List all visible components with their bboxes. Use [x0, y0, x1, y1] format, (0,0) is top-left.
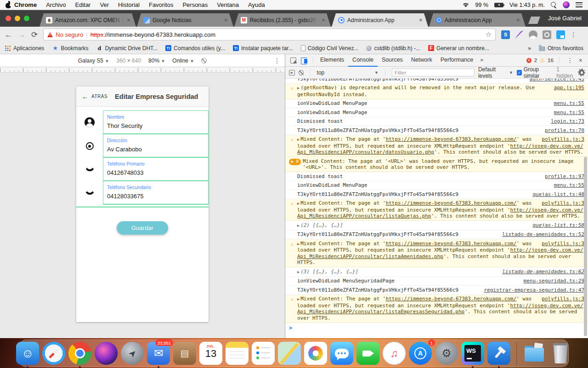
console-url-link[interactable]: https://immense-beyond-67383.herokuapp.c… — [386, 296, 517, 302]
console-source-link[interactable]: profile.ts:97 — [545, 173, 584, 180]
input-direcci-n[interactable]: DirecciónAv Carabobo — [103, 134, 209, 158]
console-source-link[interactable]: menu.ts:55 — [554, 182, 584, 189]
input-nombre[interactable]: NombreThor Security — [103, 110, 209, 134]
app-back-button[interactable]: ← ATRÁS — [82, 92, 107, 100]
reminders-dock-icon[interactable] — [251, 341, 275, 365]
security-label[interactable]: No seguro — [56, 31, 83, 38]
zoom-select[interactable]: 80% ▼ — [148, 58, 165, 64]
launchpad-dock-icon[interactable]: ➤ — [120, 341, 144, 365]
omnibox[interactable]: No seguro | https://immense-beyond-67383… — [43, 29, 496, 40]
notes-dock-icon[interactable] — [225, 341, 249, 365]
devtools-tab-performance[interactable]: Performance — [436, 54, 478, 67]
expand-arrow-icon[interactable]: ▶ — [297, 137, 300, 142]
console-source-link[interactable]: polyfills.js:3 — [542, 200, 584, 207]
warning-count[interactable]: 16 — [548, 58, 554, 63]
menu-item-ventana[interactable]: Ventana — [217, 1, 239, 8]
tab-recibidos-2-355-gxbo20[interactable]: MRecibidos (2.355) - gxbo20× — [234, 13, 331, 27]
devtools-tab-console[interactable]: Console — [348, 54, 378, 67]
devtools-close-icon[interactable]: × — [578, 57, 585, 64]
expand-arrow-icon[interactable]: ▶ — [297, 223, 300, 228]
menu-item-ayuda[interactable]: Ayuda — [248, 1, 265, 8]
menu-item-favoritos[interactable]: Favoritos — [149, 1, 173, 8]
xcode-dock-icon[interactable] — [487, 341, 511, 365]
menu-item-personas[interactable]: Personas — [182, 1, 208, 8]
console-source-link[interactable]: listado-de-amenidades.ts:62 — [502, 269, 584, 275]
device-select[interactable]: Galaxy S5 ▼ — [78, 58, 109, 64]
tab-close-icon[interactable]: × — [419, 17, 423, 23]
console-source-link[interactable]: menu.ts:55 — [554, 100, 584, 107]
console-filter-input[interactable] — [392, 69, 475, 76]
console-source-link[interactable]: registrar-empresa-seguridad.ts:47 — [484, 287, 584, 293]
input-tel-fono-primario[interactable]: Teléfono Primario04126748033 — [103, 158, 209, 181]
console-source-link[interactable]: polyfills.js:3 — [542, 241, 584, 247]
bookmark-c-digo-civil-venez[interactable]: Código Civil Venez... — [301, 45, 359, 52]
spotlight-icon[interactable] — [551, 2, 557, 8]
console-source-link[interactable]: quejas-list.ts:48 — [532, 191, 584, 198]
security-warning-icon[interactable] — [47, 32, 53, 37]
itunes-dock-icon[interactable]: ♫ — [382, 341, 406, 365]
viewport-size[interactable]: 360 × 640 — [116, 58, 141, 64]
tab-amazon-com-xpc-omen-15[interactable]: aAmazon.com: XPC OMEN 15× — [40, 13, 136, 27]
bookmark-otros-favoritos[interactable]: Otros favoritos — [539, 45, 583, 52]
extension-arc-icon[interactable] — [529, 30, 537, 39]
extension-s-icon[interactable]: S — [501, 30, 510, 39]
hidden-messages-count[interactable]: 1 hidden — [556, 66, 575, 79]
console-source-link[interactable]: listado-de-amenidades.ts:52 — [502, 231, 584, 238]
finder-dock-icon[interactable]: ☺ — [16, 341, 40, 365]
siri-dock-icon[interactable] — [94, 341, 118, 365]
devtools-tab-[interactable]: » — [477, 54, 486, 67]
wifi-icon[interactable] — [462, 2, 469, 8]
group-similar-toggle[interactable]: ✓Group similar — [517, 66, 553, 79]
error-count[interactable]: 2 — [534, 58, 537, 63]
console-sidebar-toggle-icon[interactable]: ▶ — [289, 70, 295, 75]
warning-icon[interactable]: ⚠ — [540, 57, 545, 63]
bookmark-dynamic-drive-dht[interactable]: dDynamic Drive DHT... — [96, 45, 158, 52]
menu-clock[interactable]: Vie 1:43 p. m. — [509, 2, 545, 8]
console-url-link[interactable]: https://immense-beyond-67383.herokuapp.c… — [386, 241, 517, 247]
menu-item-editar[interactable]: Editar — [75, 1, 90, 8]
error-icon[interactable]: × — [526, 58, 531, 63]
devtools-menu-icon[interactable]: ⋮ — [565, 57, 575, 64]
input-tel-fono-secundario[interactable]: Teléfono Secundario04128033675 — [103, 181, 209, 205]
bookmark-comandos-utiles-y[interactable]: T!Comandos utiles (y... — [165, 45, 225, 52]
appstore-dock-icon[interactable]: A1 — [408, 341, 432, 365]
console-url-link[interactable]: https://immense-beyond-67383.herokuapp.c… — [386, 200, 517, 206]
expand-arrow-icon[interactable]: ▶ — [297, 270, 300, 274]
devtools-tab-sources[interactable]: Sources — [378, 54, 407, 67]
console-source-link[interactable]: menu-seguridad.ts:29 — [524, 278, 584, 284]
mail-dock-icon[interactable]: ✉23,551 — [147, 341, 170, 365]
devtools-tab-network[interactable]: Network — [407, 54, 436, 67]
device-toolbar-menu-icon[interactable]: ⋮ — [274, 57, 280, 64]
devtools-tab-elements[interactable]: Elements — [316, 54, 348, 67]
tab-google-noticias[interactable]: Google Noticias× — [137, 13, 233, 27]
bookmark-generar-un-nombre[interactable]: FGenerar un nombre... — [428, 45, 489, 52]
trash-dock-icon[interactable] — [548, 341, 572, 365]
console-source-link[interactable]: quejas-list.ts:58 — [532, 222, 584, 229]
repeat-count-badge[interactable]: ▶ 8 — [289, 159, 301, 166]
reload-button[interactable]: ⟳ — [31, 31, 38, 39]
console-source-link[interactable]: profile.ts:70 — [545, 127, 584, 134]
tab-close-icon[interactable]: × — [516, 17, 520, 23]
facetime-dock-icon[interactable] — [356, 341, 380, 365]
console-source-link[interactable]: polyfills.js:3 — [542, 296, 584, 302]
bookmark-instalar-paquete-tar[interactable]: T!Instalar paquete tar... — [233, 45, 293, 52]
siri-icon[interactable] — [563, 1, 570, 8]
chrome-menu-icon[interactable]: ⋮ — [570, 31, 577, 38]
bookmark-aplicaciones[interactable]: Aplicaciones — [5, 45, 44, 52]
extension-camera-icon[interactable] — [543, 30, 551, 39]
save-button[interactable]: Guardar — [117, 221, 168, 235]
chrome-dock-icon[interactable] — [68, 341, 92, 365]
bookmark-[interactable]: » — [528, 45, 531, 52]
zoom-window-button[interactable] — [24, 16, 29, 21]
close-window-button[interactable] — [6, 16, 11, 21]
forward-button[interactable]: → — [18, 31, 26, 39]
expand-arrow-icon[interactable]: ▶ — [297, 86, 300, 90]
maps-dock-icon[interactable] — [277, 341, 301, 365]
expand-arrow-icon[interactable]: ▶ — [297, 242, 300, 246]
menu-item-ver[interactable]: Ver — [100, 1, 109, 8]
console-prompt[interactable]: > — [285, 323, 588, 333]
clear-console-icon[interactable] — [299, 70, 304, 75]
tab-close-icon[interactable]: × — [224, 17, 228, 23]
page-url[interactable]: https://immense-beyond-67383.herokuapp.c… — [90, 31, 215, 38]
messages-dock-icon[interactable] — [330, 341, 354, 365]
